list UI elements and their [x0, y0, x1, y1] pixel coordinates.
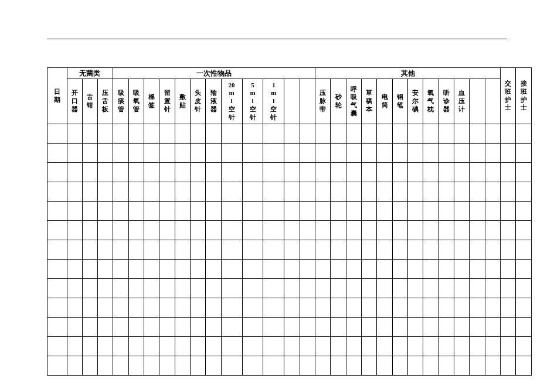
table-cell	[485, 202, 500, 221]
table-cell	[408, 356, 423, 376]
table-row	[47, 279, 532, 298]
table-cell	[315, 356, 331, 376]
table-cell	[362, 124, 377, 144]
table-cell	[331, 337, 346, 356]
table-cell	[206, 163, 221, 182]
table-cell	[470, 202, 485, 221]
table-cell	[408, 221, 423, 240]
table-cell	[485, 260, 500, 279]
table-cell	[377, 260, 392, 279]
table-cell	[377, 298, 392, 318]
table-cell	[113, 221, 128, 240]
table-cell	[191, 337, 206, 356]
table-cell	[439, 240, 454, 260]
table-cell	[159, 337, 175, 356]
table-cell	[263, 337, 284, 356]
table-cell	[67, 221, 82, 240]
table-cell	[315, 260, 331, 279]
table-cell	[439, 337, 454, 356]
table-cell	[485, 337, 500, 356]
table-cell	[377, 318, 392, 337]
table-cell	[284, 240, 300, 260]
table-cell	[470, 144, 485, 163]
table-cell	[362, 240, 377, 260]
table-cell	[501, 182, 516, 202]
table-cell	[82, 298, 97, 318]
table-cell	[67, 337, 82, 356]
table-cell	[191, 279, 206, 298]
table-row	[47, 298, 532, 318]
table-cell	[377, 144, 392, 163]
col-c4: 吸痰管	[113, 79, 128, 124]
table-cell	[67, 240, 82, 260]
table-cell	[315, 279, 331, 298]
table-cell	[47, 337, 67, 356]
group-sterile: 无菌类	[67, 68, 113, 79]
table-cell	[221, 318, 242, 337]
table-cell	[315, 182, 331, 202]
table-cell	[501, 144, 516, 163]
table-cell	[263, 221, 284, 240]
col-c5: 吸氧管	[128, 79, 144, 124]
table-cell	[191, 182, 206, 202]
table-cell	[263, 356, 284, 376]
table-cell	[128, 318, 144, 337]
table-cell	[485, 163, 500, 182]
table-cell	[221, 221, 242, 240]
table-cell	[470, 124, 485, 144]
table-cell	[263, 318, 284, 337]
table-cell	[206, 144, 221, 163]
table-cell	[516, 279, 532, 298]
table-cell	[67, 202, 82, 221]
col-c23: 氧气枕	[423, 79, 439, 124]
table-cell	[159, 356, 175, 376]
table-cell	[501, 163, 516, 182]
table-row	[47, 182, 532, 202]
table-cell	[144, 279, 159, 298]
table-cell	[454, 182, 469, 202]
table-cell	[331, 202, 346, 221]
table-cell	[362, 202, 377, 221]
table-cell	[284, 318, 300, 337]
table-cell	[516, 163, 532, 182]
table-cell	[423, 182, 439, 202]
table-cell	[300, 240, 315, 260]
table-cell	[331, 260, 346, 279]
table-cell	[221, 279, 242, 298]
table-cell	[242, 202, 263, 221]
table-cell	[346, 260, 361, 279]
table-cell	[423, 221, 439, 240]
table-cell	[263, 163, 284, 182]
table-cell	[300, 356, 315, 376]
col-c17: 砂轮	[331, 79, 346, 124]
table-cell	[408, 260, 423, 279]
table-cell	[470, 260, 485, 279]
table-cell	[206, 337, 221, 356]
table-cell	[501, 337, 516, 356]
table-cell	[470, 337, 485, 356]
col-c10: 输液器	[206, 79, 221, 124]
table-cell	[191, 260, 206, 279]
table-cell	[516, 221, 532, 240]
table-cell	[221, 337, 242, 356]
table-cell	[221, 240, 242, 260]
table-cell	[485, 240, 500, 260]
table-cell	[331, 279, 346, 298]
col-c6: 棉签	[144, 79, 159, 124]
table-cell	[423, 240, 439, 260]
table-cell	[392, 260, 407, 279]
table-cell	[113, 337, 128, 356]
table-cell	[501, 318, 516, 337]
col-c26	[470, 79, 485, 124]
table-cell	[392, 356, 407, 376]
col-c11: 20ml空针	[221, 79, 242, 124]
table-cell	[454, 240, 469, 260]
table-cell	[392, 298, 407, 318]
table-cell	[113, 124, 128, 144]
table-cell	[221, 260, 242, 279]
col-c18: 呼吸气囊	[346, 79, 361, 124]
table-cell	[206, 318, 221, 337]
table-cell	[82, 240, 97, 260]
table-cell	[98, 240, 113, 260]
table-cell	[408, 337, 423, 356]
